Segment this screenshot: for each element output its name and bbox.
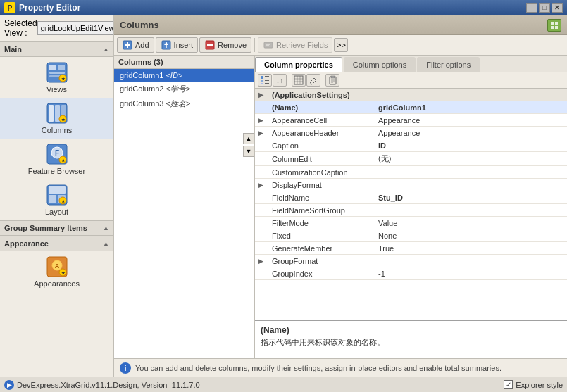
info-bar: i You can add and delete columns, modify… <box>114 358 567 377</box>
sidebar-item-layout[interactable]: ★ Layout <box>0 179 113 220</box>
add-button[interactable]: Add <box>117 37 154 53</box>
remove-button[interactable]: Remove <box>199 37 251 53</box>
column-list-item-2[interactable]: gridColumn3 <姓名> <box>114 96 254 111</box>
prop-name-caption: Caption <box>266 139 375 151</box>
sidebar: Selected View : gridLookUpEdit1View Main… <box>0 15 114 377</box>
columns-svg: ★ <box>46 102 68 125</box>
status-bar: ▶ DevExpress.XtraGrid.v11.1.Design, Vers… <box>0 377 567 392</box>
appearances-svg: A ★ <box>46 255 68 278</box>
prop-more-btn[interactable] <box>325 74 339 87</box>
prop-row-group-format[interactable]: ▶ GroupFormat <box>255 255 567 267</box>
clipboard-icon <box>328 75 337 85</box>
feature-browser-icon: F ★ <box>46 143 68 165</box>
properties-pane: Column properties Column options Filter … <box>255 56 567 358</box>
svg-rect-47 <box>265 80 269 81</box>
add-icon <box>122 39 133 51</box>
prop-name-group-format: GroupFormat <box>266 255 375 267</box>
retrieve-button[interactable]: Retrieve Fields <box>258 37 332 53</box>
prop-row-app-settings[interactable]: ▶ (ApplicationSettings) <box>255 89 567 101</box>
sidebar-appearance-header[interactable]: Appearance ▲ <box>0 236 113 251</box>
prop-value-caption: ID <box>375 139 567 151</box>
sidebar-item-feature-browser[interactable]: F ★ Feature Browser <box>0 139 113 179</box>
layout-svg: ★ <box>46 184 68 206</box>
explorer-style-checkbox[interactable]: ✓ <box>504 380 513 389</box>
prop-sep-1 <box>289 75 289 86</box>
tab-column-options[interactable]: Column options <box>344 57 416 72</box>
svg-rect-48 <box>261 83 263 84</box>
prop-sort-btn[interactable]: ↓↑ <box>273 74 287 87</box>
prop-name-appearance-cell: AppearanceCell <box>266 114 375 126</box>
window-title: Property Editor <box>19 3 525 13</box>
sidebar-item-appearances[interactable]: A ★ Appearances <box>0 251 113 292</box>
expand-app-settings[interactable]: ▶ <box>255 89 266 101</box>
more-button[interactable]: >> <box>334 38 348 52</box>
tab-column-properties[interactable]: Column properties <box>255 57 342 72</box>
expand-group-format[interactable]: ▶ <box>255 255 266 267</box>
column-list-item-1[interactable]: gridColumn2 <学号> <box>114 82 254 96</box>
info-text: You can add and delete columns, modify t… <box>135 364 501 372</box>
scroll-down-arrow[interactable]: ▼ <box>243 146 254 157</box>
selected-view-select[interactable]: gridLookUpEdit1View <box>37 21 114 35</box>
sidebar-item-views[interactable]: ★ Views <box>0 57 113 98</box>
expand-column-edit <box>255 152 266 165</box>
prop-value-field-name: Stu_ID <box>375 191 567 203</box>
app-icon: P <box>4 2 15 13</box>
prop-row-customization-caption[interactable]: CustomizationCaption <box>255 166 567 179</box>
remove-svg <box>204 39 216 51</box>
prop-row-appearance-header[interactable]: ▶ AppearanceHeader Appearance <box>255 127 567 139</box>
selected-view-label: Selected View : <box>4 18 37 38</box>
tab-filter-options[interactable]: Filter options <box>417 57 480 72</box>
prop-name-display-format: DisplayFormat <box>266 179 375 191</box>
prop-row-name[interactable]: (Name) gridColumn1 <box>255 101 567 114</box>
prop-row-column-edit[interactable]: ColumnEdit (无) <box>255 152 567 166</box>
prop-value-filter-mode: Value <box>375 217 567 229</box>
prop-value-column-edit: (无) <box>375 152 567 165</box>
prop-row-field-name[interactable]: FieldName Stu_ID <box>255 191 567 204</box>
svg-rect-1 <box>49 65 56 70</box>
column-list-item-0[interactable]: gridColumn1 <ID> <box>114 69 254 82</box>
remove-icon <box>204 39 216 51</box>
sidebar-group-summary-header[interactable]: Group Summary Items ▲ <box>0 220 113 236</box>
prop-name-fixed: Fixed <box>266 229 375 241</box>
expand-display-format[interactable]: ▶ <box>255 179 266 191</box>
svg-rect-20 <box>49 195 56 203</box>
layout-icon: ★ <box>46 184 68 206</box>
prop-row-fixed[interactable]: Fixed None <box>255 229 567 242</box>
prop-row-generate-member[interactable]: GenerateMember True <box>255 242 567 255</box>
columns-header: Columns <box>114 15 567 35</box>
svg-text:↓↑: ↓↑ <box>276 77 283 84</box>
prop-value-customization-caption <box>375 166 567 178</box>
prop-row-appearance-cell[interactable]: ▶ AppearanceCell Appearance <box>255 114 567 127</box>
prop-row-field-name-sort-group[interactable]: FieldNameSortGroup <box>255 204 567 217</box>
expand-button[interactable] <box>547 19 561 32</box>
insert-button[interactable]: Insert <box>156 37 199 53</box>
scroll-up-arrow[interactable]: ▲ <box>243 133 254 144</box>
prop-name-filter-mode: FilterMode <box>266 217 375 229</box>
prop-row-caption[interactable]: Caption ID <box>255 139 567 152</box>
add-svg <box>122 39 133 51</box>
expand-filter-mode <box>255 217 266 229</box>
tabs-bar: Column properties Column options Filter … <box>255 56 567 72</box>
expand-appearance-header[interactable]: ▶ <box>255 127 266 139</box>
svg-rect-2 <box>58 65 65 70</box>
sidebar-item-columns[interactable]: ★ Columns <box>0 98 113 139</box>
minimize-button[interactable]: ─ <box>526 3 537 13</box>
prop-categorize-btn[interactable] <box>258 74 272 87</box>
prop-row-filter-mode[interactable]: FilterMode Value <box>255 217 567 229</box>
svg-line-56 <box>314 78 316 80</box>
close-button[interactable]: ✕ <box>552 3 563 13</box>
prop-value-field-name-sort <box>375 204 567 216</box>
prop-value-display-format <box>375 179 567 191</box>
prop-row-display-format[interactable]: ▶ DisplayFormat <box>255 179 567 191</box>
prop-row-group-index[interactable]: GroupIndex -1 <box>255 267 567 280</box>
prop-name-column-edit: ColumnEdit <box>266 152 375 165</box>
grid-icon <box>294 75 304 85</box>
description-title: (Name) <box>261 325 561 335</box>
svg-rect-59 <box>331 76 335 78</box>
prop-grid-btn[interactable] <box>292 74 306 87</box>
status-text: DevExpress.XtraGrid.v11.1.Design, Versio… <box>17 381 200 389</box>
expand-appearance-cell[interactable]: ▶ <box>255 114 266 126</box>
maximize-button[interactable]: □ <box>539 3 550 13</box>
sidebar-main-header[interactable]: Main ▲ <box>0 42 113 57</box>
prop-edit-btn[interactable] <box>306 74 320 87</box>
